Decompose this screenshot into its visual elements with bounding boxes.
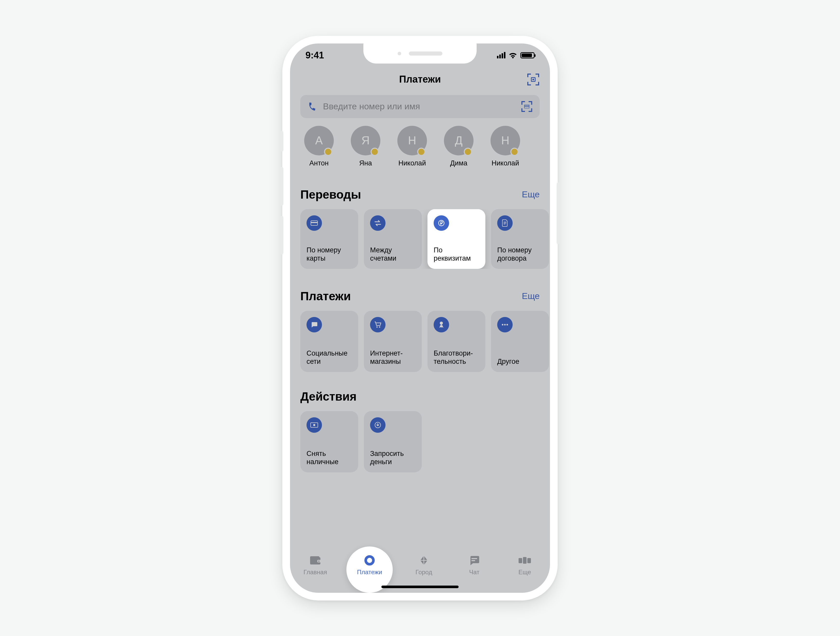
tab-home[interactable]: Главная (296, 554, 335, 576)
power-button (557, 182, 560, 244)
svg-point-9 (507, 324, 508, 325)
svg-rect-19 (519, 558, 522, 563)
card-label: Социальные сети (306, 349, 352, 366)
screen: 9:41 Платежи Введите номер и (290, 44, 550, 593)
page-title: Платежи (399, 74, 441, 85)
tab-label: Город (415, 568, 433, 576)
svg-point-11 (313, 424, 315, 426)
search-placeholder: Введите номер или имя (323, 101, 515, 111)
card-label: Снять наличные (306, 450, 352, 466)
dots-icon (497, 317, 513, 332)
card-scan-icon (521, 101, 532, 112)
home-indicator[interactable] (381, 585, 459, 588)
action-request[interactable]: Запросить деньги (364, 411, 422, 472)
transfer-by-card-number[interactable]: По номеру карты (300, 209, 358, 269)
tab-label: Еще (519, 568, 531, 576)
payment-other[interactable]: Другое (491, 311, 549, 372)
tab-chat[interactable]: Чат (455, 554, 494, 576)
contact-item[interactable]: Д Дима (440, 126, 477, 167)
wallet-icon (309, 554, 321, 567)
wifi-icon (508, 52, 517, 58)
avatar: Н (491, 126, 520, 155)
svg-rect-20 (523, 557, 527, 564)
search-input[interactable]: Введите номер или имя (300, 95, 540, 118)
section-title: Платежи (300, 289, 351, 303)
cart-icon (370, 317, 385, 332)
card-label: Интернет-магазины (370, 349, 415, 366)
svg-rect-3 (311, 222, 317, 223)
volume-up-button (280, 167, 283, 205)
contact-name: Николай (398, 159, 426, 167)
avatar: Н (397, 126, 427, 155)
card-label: По номеру карты (306, 246, 352, 263)
cash-icon (306, 417, 322, 433)
battery-icon (520, 52, 535, 58)
tab-label: Платежи (357, 568, 382, 576)
svg-point-6 (379, 326, 381, 328)
contact-item[interactable]: Н Николай (487, 126, 524, 167)
contact-name: Дима (450, 159, 467, 167)
ruble-icon (434, 215, 449, 231)
actions-section: Действия Снять наличные Запросить деньги (300, 390, 550, 472)
cellular-icon (497, 52, 505, 58)
diamond-icon (418, 554, 430, 567)
tab-label: Чат (469, 568, 480, 576)
status-time: 9:41 (305, 50, 324, 61)
card-icon (306, 215, 322, 231)
contacts-row: А Антон Я Яна Н Николай Д Дима Н Никол (300, 126, 540, 167)
action-withdraw[interactable]: Снять наличные (300, 411, 358, 472)
card-label: По реквизитам (434, 246, 479, 263)
tab-more[interactable]: Еще (505, 554, 544, 576)
volume-down-button (280, 216, 283, 254)
payment-social[interactable]: Социальные сети (300, 311, 358, 372)
card-label: Запросить деньги (370, 450, 415, 466)
download-icon (370, 417, 385, 433)
more-link[interactable]: Еще (522, 189, 540, 199)
ribbon-icon (434, 317, 449, 332)
qr-scan-icon (527, 74, 539, 85)
card-label: Благотвори-тельность (434, 349, 479, 366)
svg-point-16 (318, 560, 320, 562)
payment-shops[interactable]: Интернет-магазины (364, 311, 422, 372)
svg-rect-1 (524, 106, 529, 107)
contact-item[interactable]: Н Николай (393, 126, 431, 167)
section-title: Действия (300, 390, 357, 403)
exchange-icon (370, 215, 385, 231)
status-icons (497, 52, 535, 58)
contact-name: Антон (309, 159, 328, 167)
silence-switch (280, 131, 283, 152)
card-label: Другое (497, 357, 543, 366)
svg-point-7 (502, 324, 504, 325)
more-link[interactable]: Еще (522, 291, 540, 301)
qr-scan-button[interactable] (527, 73, 540, 86)
payments-section: Платежи Еще Социальные сети Интернет-маг… (300, 289, 550, 372)
card-scan-button[interactable] (521, 101, 532, 112)
card-label: По номеру договора (497, 246, 543, 263)
card-label: Между счетами (370, 246, 415, 263)
contact-item[interactable]: Я Яна (347, 126, 384, 167)
svg-point-5 (376, 326, 378, 328)
transfer-by-contract[interactable]: По номеру договора (491, 209, 549, 269)
avatar: Я (351, 126, 381, 155)
notch (363, 44, 477, 63)
avatar: Д (444, 126, 474, 155)
transfers-section: Переводы Еще По номеру карты Между счета… (300, 188, 550, 269)
avatar: А (304, 126, 334, 155)
message-icon (468, 554, 480, 567)
svg-rect-17 (472, 558, 477, 559)
svg-rect-21 (527, 558, 531, 563)
phone-icon (307, 101, 318, 112)
chat-icon (306, 317, 322, 332)
tab-city[interactable]: Город (404, 554, 443, 576)
svg-rect-14 (310, 556, 319, 559)
contact-item[interactable]: А Антон (300, 126, 338, 167)
contact-name: Яна (359, 159, 372, 167)
transfer-between-accounts[interactable]: Между счетами (364, 209, 422, 269)
document-icon (497, 215, 513, 231)
circle-icon (363, 554, 376, 567)
transfer-by-details[interactable]: По реквизитам (428, 209, 485, 269)
payment-charity[interactable]: Благотвори-тельность (428, 311, 485, 372)
svg-point-8 (504, 324, 506, 325)
app-content: 9:41 Платежи Введите номер и (290, 44, 550, 593)
tab-label: Главная (303, 568, 327, 576)
